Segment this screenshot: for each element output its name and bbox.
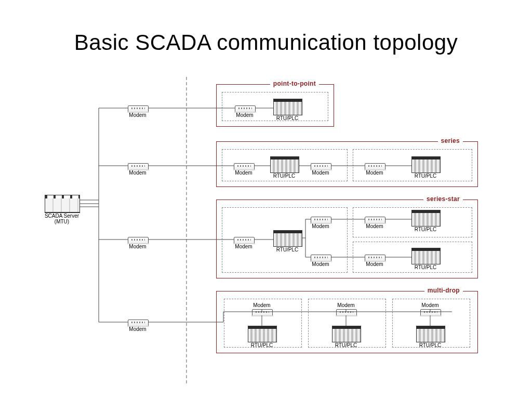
page-title: Basic SCADA communication topology — [0, 30, 532, 55]
modem-label: Modem — [236, 112, 253, 118]
modem-icon — [365, 217, 385, 223]
rtu-plc-icon — [411, 210, 441, 227]
rtu-plc-icon — [273, 230, 302, 247]
rtu-plc-label: RTU/PLC — [335, 342, 357, 348]
modem-label: Modem — [312, 261, 329, 267]
rtu-plc-label: RTU/PLC — [415, 227, 437, 232]
scada-server-icon — [45, 195, 80, 213]
rtu-plc-icon — [411, 156, 441, 173]
modem-icon — [365, 255, 385, 261]
modem-icon — [336, 309, 357, 316]
modem-label: Modem — [235, 170, 252, 176]
modem-label: Modem — [366, 261, 383, 267]
modem-label: Modem — [129, 326, 146, 332]
modem-label: Modem — [366, 223, 383, 229]
rtu-plc-icon — [411, 248, 441, 264]
modem-icon — [128, 237, 149, 244]
modem-icon — [420, 309, 441, 316]
modem-icon — [311, 255, 331, 261]
modem-label: Modem — [129, 170, 146, 176]
rtu-plc-label: RTU/PLC — [251, 342, 273, 348]
modem-label: Modem — [337, 302, 354, 308]
modem-label: Modem — [253, 302, 270, 308]
modem-icon — [128, 105, 149, 112]
rtu-plc-label: RTU/PLC — [415, 264, 437, 270]
scada-server-label: SCADA Server(MTU) — [45, 213, 79, 224]
rtu-plc-label: RTU/PLC — [415, 173, 437, 179]
rtu-plc-label: RTU/PLC — [276, 247, 299, 252]
modem-icon — [365, 163, 385, 170]
rtu-plc-label: RTU/PLC — [419, 342, 442, 348]
vertical-divider — [186, 77, 187, 383]
modem-icon — [128, 163, 149, 170]
rtu-plc-icon — [332, 326, 361, 342]
modem-label: Modem — [312, 223, 329, 229]
modem-icon — [311, 217, 331, 223]
modem-icon — [311, 163, 331, 170]
rtu-plc-label: RTU/PLC — [276, 115, 299, 121]
topology-label-series: series — [438, 137, 463, 144]
rtu-plc-icon — [248, 326, 277, 342]
modem-label: Modem — [366, 170, 383, 176]
rtu-plc-label: RTU/PLC — [273, 173, 296, 179]
modem-icon — [235, 105, 256, 112]
topology-label-multidrop: multi-drop — [424, 287, 463, 294]
modem-icon — [128, 320, 149, 326]
topology-label-p2p: point-to-point — [270, 80, 319, 87]
topology-label-seriesstar: series-star — [423, 195, 463, 203]
modem-label: Modem — [129, 244, 146, 249]
modem-icon — [234, 237, 255, 244]
modem-label: Modem — [312, 170, 329, 176]
modem-label: Modem — [421, 302, 438, 308]
modem-icon — [252, 309, 273, 316]
modem-label: Modem — [129, 112, 146, 118]
modem-icon — [234, 163, 255, 170]
rtu-plc-icon — [273, 99, 302, 115]
rtu-plc-icon — [270, 156, 299, 173]
modem-label: Modem — [235, 244, 252, 249]
rtu-plc-icon — [416, 326, 445, 342]
